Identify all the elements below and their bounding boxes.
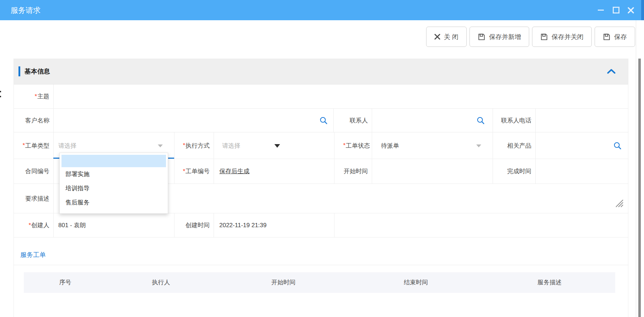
- collapse-section-button[interactable]: [607, 69, 616, 75]
- contact-input[interactable]: [372, 109, 493, 132]
- start-time-label: 开始时间: [334, 159, 372, 184]
- save-and-new-button[interactable]: 保存并新增: [469, 27, 529, 47]
- maximize-icon: [613, 7, 619, 13]
- save-button[interactable]: 保存: [595, 27, 635, 47]
- save-icon: [478, 33, 485, 41]
- contact-phone-label: 联系人电话: [493, 109, 536, 132]
- contact-phone-input[interactable]: [536, 109, 628, 132]
- save-icon: [603, 33, 611, 41]
- contact-search-button[interactable]: [477, 116, 485, 126]
- required-mark: *: [183, 168, 185, 175]
- save-and-new-label: 保存并新增: [489, 33, 521, 41]
- requirement-label-text: 要求描述: [25, 195, 49, 203]
- work-order-section-header: 服务工单: [14, 237, 628, 265]
- start-time-label-text: 开始时间: [344, 167, 368, 175]
- finish-time-label-text: 完成时间: [507, 167, 531, 175]
- x-icon: [434, 34, 440, 40]
- creator-label-text: 创建人: [31, 221, 49, 229]
- order-type-label-text: 工单类型: [25, 142, 49, 150]
- save-icon: [540, 33, 548, 41]
- empty-cell: [334, 213, 628, 237]
- work-order-table-header: 序号 执行人 开始时间 结束时间 服务描述: [24, 272, 615, 293]
- toolbar: 关 闭 保存并新增 保存并关闭 保存: [426, 27, 635, 47]
- related-product-label-text: 相关产品: [507, 142, 531, 150]
- contact-label: 联系人: [334, 109, 372, 132]
- column-header-start-time: 开始时间: [271, 272, 295, 293]
- dropdown-option-aftersales[interactable]: 售后服务: [60, 196, 168, 210]
- related-product-input[interactable]: [536, 132, 628, 159]
- chevron-down-icon: [274, 144, 280, 148]
- row-customer: 客户名称 联系人 联系人电话: [14, 109, 628, 132]
- contract-no-label: 合同编号: [14, 159, 54, 184]
- close-icon: [628, 7, 634, 13]
- close-button-label: 关 闭: [444, 33, 458, 41]
- column-header-seq: 序号: [59, 272, 71, 293]
- search-icon: [477, 116, 485, 125]
- order-status-value: 待派单: [381, 142, 399, 150]
- exec-method-select[interactable]: 请选择: [214, 132, 334, 159]
- contact-phone-label-text: 联系人电话: [501, 116, 531, 125]
- titlebar: 服务请求: [0, 0, 644, 20]
- titlebar-edge: [641, 0, 644, 20]
- required-mark: *: [34, 93, 37, 100]
- creator-value: 801 - 袁朗: [54, 213, 175, 237]
- customer-label: 客户名称: [14, 109, 54, 132]
- finish-time-input[interactable]: [536, 159, 628, 184]
- subject-label: * 主题: [14, 84, 54, 108]
- maximize-button[interactable]: [610, 0, 622, 20]
- resize-grip-icon: [615, 198, 624, 208]
- related-product-search-button[interactable]: [613, 142, 622, 152]
- create-time-label-text: 创建时间: [186, 221, 210, 229]
- subject-label-text: 主题: [37, 92, 49, 100]
- column-header-executor: 执行人: [152, 272, 170, 293]
- scrollbar-track[interactable]: [636, 20, 643, 317]
- chevron-down-icon: [158, 144, 163, 147]
- dropdown-option-blank[interactable]: [61, 155, 166, 167]
- required-mark: *: [22, 142, 25, 149]
- exec-method-label: * 执行方式: [175, 132, 214, 159]
- work-order-section-title[interactable]: 服务工单: [20, 251, 46, 259]
- close-window-button[interactable]: [625, 0, 637, 20]
- exec-method-label-text: 执行方式: [186, 142, 210, 150]
- create-time-label: 创建时间: [175, 213, 214, 237]
- section-header: 基本信息: [14, 59, 628, 84]
- required-mark: *: [343, 142, 345, 149]
- start-time-input[interactable]: [372, 159, 493, 184]
- dropdown-option-training[interactable]: 培训指导: [60, 181, 168, 196]
- order-no-label: * 工单编号: [175, 159, 214, 184]
- minimize-icon: [598, 10, 604, 11]
- chevron-up-icon: [607, 69, 616, 74]
- resize-handle[interactable]: [615, 198, 624, 209]
- order-no-value-cell: 保存后生成: [214, 159, 334, 184]
- order-type-label: * 工单类型: [14, 132, 54, 159]
- finish-time-label: 完成时间: [493, 159, 536, 184]
- column-header-end-time: 结束时间: [404, 272, 428, 293]
- dropdown-option-deploy[interactable]: 部署实施: [60, 167, 168, 181]
- search-icon: [613, 142, 622, 150]
- customer-search-button[interactable]: [320, 116, 328, 126]
- order-status-select[interactable]: 待派单: [372, 132, 493, 159]
- creator-label: * 创建人: [14, 213, 54, 237]
- create-time-value: 2022-11-19 21:39: [214, 213, 334, 237]
- customer-label-text: 客户名称: [25, 116, 49, 125]
- subject-input[interactable]: [54, 84, 628, 108]
- customer-input[interactable]: [54, 109, 334, 132]
- minimize-button[interactable]: [595, 0, 607, 20]
- order-status-label-text: 工单状态: [346, 142, 370, 150]
- row-creator: * 创建人 801 - 袁朗 创建时间 2022-11-19 21:39: [14, 213, 628, 237]
- order-type-dropdown: 部署实施 培训指导 售后服务: [59, 153, 168, 214]
- column-header-description: 服务描述: [537, 272, 562, 293]
- save-and-close-button[interactable]: 保存并关闭: [532, 27, 592, 47]
- requirement-label: 要求描述: [14, 184, 54, 213]
- section-accent-bar: [18, 66, 20, 76]
- save-label: 保存: [614, 33, 627, 41]
- chevron-down-icon: [476, 144, 481, 147]
- related-product-label: 相关产品: [493, 132, 536, 159]
- close-button[interactable]: 关 闭: [426, 27, 467, 47]
- scrollbar-thumb[interactable]: [638, 59, 641, 317]
- edge-artifact: [0, 96, 1, 97]
- required-mark: *: [183, 142, 185, 149]
- service-request-window: 服务请求 关 闭 保存并新增 保存并关闭 保存 基本信息: [0, 0, 644, 317]
- required-mark: *: [28, 222, 31, 229]
- creator-value-text: 801 - 袁朗: [58, 221, 86, 229]
